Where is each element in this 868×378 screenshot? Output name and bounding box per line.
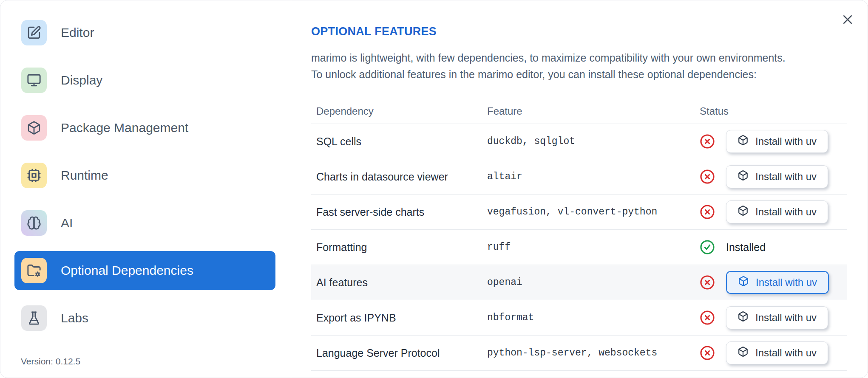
sidebar-item-label: AI bbox=[61, 216, 73, 230]
sidebar-item-label: Editor bbox=[61, 25, 94, 40]
install-button-label: Install with uv bbox=[755, 135, 817, 147]
feature-cell: duckdb, sqlglot bbox=[482, 136, 695, 147]
circle-x-icon bbox=[700, 134, 715, 149]
folder-cog-icon bbox=[21, 258, 47, 283]
package-icon bbox=[738, 135, 749, 148]
monitor-icon bbox=[21, 68, 47, 93]
circle-x-icon bbox=[700, 204, 715, 220]
circle-check-icon bbox=[700, 240, 715, 255]
sidebar-item-package-management[interactable]: Package Management bbox=[14, 108, 275, 147]
circle-x-icon bbox=[700, 169, 715, 184]
sidebar-item-list: Editor Display Package Management Runtim… bbox=[0, 13, 291, 338]
dependency-cell: Formatting bbox=[311, 241, 482, 254]
sidebar-item-label: Labs bbox=[61, 311, 88, 325]
box-icon bbox=[21, 115, 47, 141]
dependencies-table: Dependency Feature Status SQL cells duck… bbox=[311, 99, 847, 371]
column-header-status: Status bbox=[695, 105, 847, 117]
sidebar-item-optional-dependencies[interactable]: Optional Dependencies bbox=[14, 251, 275, 290]
dependency-cell: Export as IPYNB bbox=[311, 312, 482, 324]
cpu-icon bbox=[21, 163, 47, 188]
table-row: Charts in datasource viewer altair Insta… bbox=[311, 159, 847, 195]
table-row: SQL cells duckdb, sqlglot Install with u… bbox=[311, 124, 847, 159]
package-icon bbox=[738, 170, 749, 183]
sidebar-item-labs[interactable]: Labs bbox=[14, 299, 275, 338]
install-with-uv-button[interactable]: Install with uv bbox=[726, 130, 828, 153]
table-header-row: Dependency Feature Status bbox=[311, 99, 847, 124]
install-button-label: Install with uv bbox=[755, 347, 817, 359]
sidebar-item-runtime[interactable]: Runtime bbox=[14, 156, 275, 195]
table-body: SQL cells duckdb, sqlglot Install with u… bbox=[311, 124, 847, 371]
dependency-cell: Fast server-side charts bbox=[311, 206, 482, 218]
install-with-uv-button[interactable]: Install with uv bbox=[726, 271, 829, 294]
dependency-cell: AI features bbox=[311, 276, 482, 289]
table-row: Fast server-side charts vegafusion, vl-c… bbox=[311, 195, 847, 230]
version-label: Version: 0.12.5 bbox=[21, 356, 80, 367]
circle-x-icon bbox=[700, 310, 715, 325]
optional-features-panel: OPTIONAL FEATURES marimo is lightweight,… bbox=[292, 0, 868, 378]
table-row: Export as IPYNB nbformat Install with uv bbox=[311, 300, 847, 336]
close-icon bbox=[841, 13, 854, 27]
table-row: Language Server Protocol python-lsp-serv… bbox=[311, 336, 847, 371]
install-with-uv-button[interactable]: Install with uv bbox=[726, 200, 828, 223]
brain-icon bbox=[21, 210, 47, 236]
sidebar-item-label: Optional Dependencies bbox=[61, 263, 193, 278]
dependency-cell: Language Server Protocol bbox=[311, 347, 482, 359]
install-button-label: Install with uv bbox=[755, 171, 817, 183]
settings-dialog: Editor Display Package Management Runtim… bbox=[0, 0, 868, 378]
sidebar-item-editor[interactable]: Editor bbox=[14, 13, 275, 52]
dependency-cell: SQL cells bbox=[311, 135, 482, 148]
feature-cell: python-lsp-server, websockets bbox=[482, 347, 695, 358]
package-icon bbox=[738, 276, 749, 289]
sidebar-item-ai[interactable]: AI bbox=[14, 203, 275, 243]
description-line-2: To unlock additional features in the mar… bbox=[311, 66, 868, 83]
sidebar-item-display[interactable]: Display bbox=[14, 61, 275, 100]
feature-cell: nbformat bbox=[482, 312, 695, 323]
feature-cell: openai bbox=[482, 277, 695, 288]
table-row: Formatting ruff Installed bbox=[311, 230, 847, 265]
circle-x-icon bbox=[700, 345, 715, 361]
package-icon bbox=[738, 205, 749, 219]
close-button[interactable] bbox=[840, 12, 855, 28]
square-pen-icon bbox=[21, 20, 47, 45]
status-cell: Install with uv bbox=[695, 200, 847, 223]
dependency-cell: Charts in datasource viewer bbox=[311, 171, 482, 183]
install-with-uv-button[interactable]: Install with uv bbox=[726, 341, 828, 364]
description-line-1: marimo is lightweight, with few dependen… bbox=[311, 50, 868, 66]
status-cell: Install with uv bbox=[695, 165, 847, 188]
package-icon bbox=[738, 346, 749, 360]
table-row: AI features openai Install with uv bbox=[311, 265, 847, 300]
column-header-dependency: Dependency bbox=[311, 105, 482, 117]
install-button-label: Install with uv bbox=[755, 206, 817, 218]
sidebar-item-label: Package Management bbox=[61, 121, 188, 135]
page-title: OPTIONAL FEATURES bbox=[311, 25, 868, 38]
install-button-label: Install with uv bbox=[756, 276, 817, 288]
installed-label: Installed bbox=[726, 241, 766, 254]
sidebar-item-label: Runtime bbox=[61, 168, 108, 183]
status-cell: Installed bbox=[695, 240, 847, 255]
feature-cell: altair bbox=[482, 171, 695, 182]
circle-x-icon bbox=[700, 275, 715, 290]
flask-icon bbox=[21, 305, 47, 331]
column-header-feature: Feature bbox=[482, 105, 695, 117]
install-button-label: Install with uv bbox=[755, 312, 817, 324]
status-cell: Install with uv bbox=[695, 341, 847, 364]
sidebar-item-label: Display bbox=[61, 73, 102, 87]
install-with-uv-button[interactable]: Install with uv bbox=[726, 165, 828, 188]
settings-sidebar: Editor Display Package Management Runtim… bbox=[0, 0, 291, 378]
package-icon bbox=[738, 311, 749, 324]
status-cell: Install with uv bbox=[695, 130, 847, 153]
install-with-uv-button[interactable]: Install with uv bbox=[726, 306, 828, 329]
feature-cell: ruff bbox=[482, 242, 695, 253]
status-cell: Install with uv bbox=[695, 306, 847, 329]
feature-cell: vegafusion, vl-convert-python bbox=[482, 206, 695, 217]
status-cell: Install with uv bbox=[695, 271, 847, 294]
